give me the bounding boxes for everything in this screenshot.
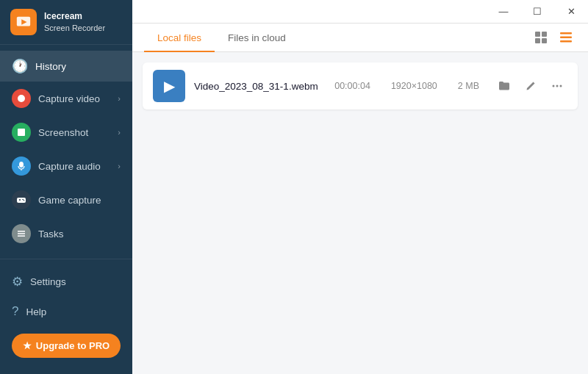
sidebar-item-label: Help	[26, 306, 46, 317]
svg-point-22	[556, 85, 559, 87]
sidebar-item-settings[interactable]: ⚙ Settings	[0, 267, 132, 297]
sidebar-item-help[interactable]: ? Help	[0, 297, 132, 326]
tabs-right	[531, 27, 576, 48]
tasks-icon	[12, 224, 31, 243]
file-meta: 00:00:04 1920×1080 2 MB	[334, 81, 479, 91]
app-icon	[10, 9, 37, 35]
file-name: Video_2023_08_31-1.webm	[194, 81, 326, 92]
chevron-right-icon: ›	[118, 162, 121, 170]
tabs-left: Local files Files in cloud	[144, 24, 299, 51]
svg-point-4	[19, 162, 24, 168]
history-icon: 🕐	[12, 58, 28, 74]
sidebar-item-label: Screenshot	[38, 127, 88, 138]
sidebar-item-label: History	[35, 61, 66, 72]
content-area: ▶ Video_2023_08_31-1.webm 00:00:04 1920×…	[132, 52, 588, 374]
app-name-text: Icecream Screen Recorder	[44, 11, 105, 33]
svg-rect-13	[18, 235, 25, 237]
sidebar-bottom: ⚙ Settings ? Help ★ Upgrade to PRO	[0, 259, 132, 374]
tabs-bar: Local files Files in cloud	[132, 24, 588, 52]
open-folder-button[interactable]	[494, 76, 514, 96]
sidebar-item-label: Capture video	[38, 93, 100, 104]
app-logo: Icecream Screen Recorder	[0, 0, 132, 45]
svg-rect-19	[560, 37, 572, 39]
svg-rect-3	[18, 129, 25, 136]
svg-rect-16	[535, 38, 540, 43]
more-options-button[interactable]	[547, 76, 567, 96]
file-resolution: 1920×1080	[391, 81, 437, 91]
play-icon: ▶	[164, 77, 175, 95]
svg-rect-11	[18, 231, 25, 232]
chevron-right-icon: ›	[118, 94, 121, 103]
svg-point-9	[22, 199, 24, 201]
help-icon: ?	[12, 304, 18, 319]
table-row: ▶ Video_2023_08_31-1.webm 00:00:04 1920×…	[143, 62, 578, 109]
svg-point-2	[18, 95, 25, 102]
star-icon: ★	[23, 340, 32, 351]
file-thumbnail: ▶	[153, 70, 185, 102]
sidebar-item-capture-video[interactable]: Capture video ›	[0, 82, 132, 115]
svg-rect-12	[18, 233, 25, 234]
sidebar-item-history[interactable]: 🕐 History	[0, 51, 132, 82]
tab-local-files[interactable]: Local files	[144, 24, 215, 52]
sidebar-item-screenshot[interactable]: Screenshot ›	[0, 115, 132, 149]
svg-point-10	[24, 200, 25, 201]
sidebar-nav: 🕐 History Capture video › Screenshot › C…	[0, 45, 132, 259]
game-capture-icon	[12, 190, 31, 209]
file-actions	[494, 76, 567, 96]
settings-icon: ⚙	[12, 274, 23, 290]
svg-rect-20	[560, 40, 572, 43]
list-view-button[interactable]	[556, 27, 576, 48]
capture-video-icon	[12, 89, 31, 108]
upgrade-button[interactable]: ★ Upgrade to PRO	[12, 334, 121, 358]
sidebar-item-label: Tasks	[38, 229, 64, 240]
upgrade-label: Upgrade to PRO	[36, 340, 110, 351]
sidebar-item-label: Game capture	[38, 195, 101, 206]
file-duration: 00:00:04	[334, 81, 370, 91]
screenshot-icon	[12, 123, 31, 142]
edit-button[interactable]	[520, 76, 541, 96]
grid-view-button[interactable]	[531, 27, 551, 48]
svg-point-21	[553, 85, 555, 87]
sidebar-item-game-capture[interactable]: Game capture	[0, 183, 132, 217]
capture-audio-icon	[12, 157, 31, 176]
sidebar-item-capture-audio[interactable]: Capture audio ›	[0, 149, 132, 183]
sidebar-item-label: Settings	[30, 276, 66, 287]
file-list: ▶ Video_2023_08_31-1.webm 00:00:04 1920×…	[143, 62, 578, 109]
sidebar: Icecream Screen Recorder 🕐 History Captu…	[0, 0, 132, 374]
sidebar-item-label: Capture audio	[38, 161, 101, 172]
file-size: 2 MB	[458, 81, 479, 91]
window-controls: — ☐ ✕	[487, 0, 588, 24]
title-bar: — ☐ ✕	[132, 0, 588, 24]
svg-rect-17	[542, 38, 547, 43]
tab-files-in-cloud[interactable]: Files in cloud	[215, 24, 299, 52]
svg-point-23	[560, 85, 562, 87]
svg-rect-18	[560, 32, 572, 35]
chevron-right-icon: ›	[118, 128, 121, 137]
maximize-button[interactable]: ☐	[520, 0, 554, 24]
svg-rect-14	[535, 32, 540, 37]
minimize-button[interactable]: —	[487, 0, 520, 24]
close-button[interactable]: ✕	[554, 0, 588, 24]
svg-rect-15	[542, 32, 547, 37]
sidebar-item-tasks[interactable]: Tasks	[0, 217, 132, 251]
main-content: — ☐ ✕ Local files Files in cloud	[132, 0, 588, 374]
